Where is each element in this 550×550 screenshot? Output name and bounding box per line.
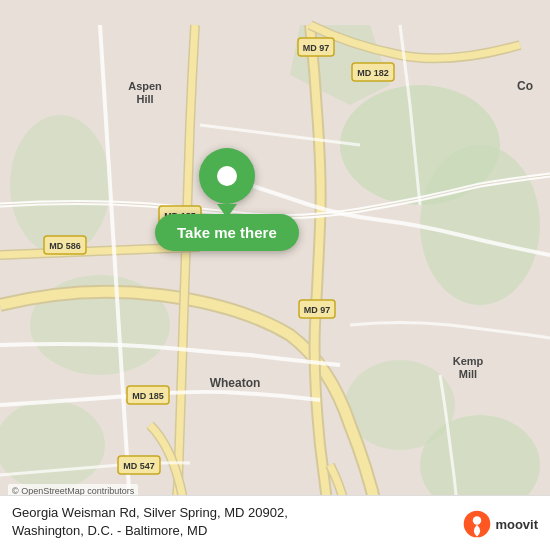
svg-text:Kemp: Kemp <box>453 355 484 367</box>
location-popup: Take me there <box>155 148 299 251</box>
pin-inner <box>217 166 237 186</box>
moovit-text: moovit <box>495 517 538 532</box>
svg-text:Wheaton: Wheaton <box>210 376 261 390</box>
svg-text:Hill: Hill <box>136 93 153 105</box>
svg-text:MD 586: MD 586 <box>49 241 81 251</box>
svg-point-7 <box>0 400 105 490</box>
svg-text:Co: Co <box>517 79 533 93</box>
address-text: Georgia Weisman Rd, Silver Spring, MD 20… <box>12 504 538 540</box>
svg-point-2 <box>420 145 540 305</box>
map-pin <box>199 148 255 218</box>
svg-text:MD 547: MD 547 <box>123 461 155 471</box>
take-me-there-button[interactable]: Take me there <box>155 214 299 251</box>
bottom-info-bar: Georgia Weisman Rd, Silver Spring, MD 20… <box>0 495 550 550</box>
moovit-icon <box>463 510 491 538</box>
svg-text:MD 182: MD 182 <box>357 68 389 78</box>
svg-point-32 <box>473 516 481 524</box>
pin-circle <box>199 148 255 204</box>
svg-text:MD 97: MD 97 <box>303 43 330 53</box>
map-container: MD 97 MD 182 MD 185 MD 586 MD 185 MD 97 … <box>0 0 550 550</box>
map-background: MD 97 MD 182 MD 185 MD 586 MD 185 MD 97 … <box>0 0 550 550</box>
svg-point-3 <box>10 115 110 255</box>
svg-text:Mill: Mill <box>459 368 477 380</box>
svg-text:MD 97: MD 97 <box>304 305 331 315</box>
pin-tail <box>217 204 237 218</box>
svg-text:Aspen: Aspen <box>128 80 162 92</box>
svg-text:MD 185: MD 185 <box>132 391 164 401</box>
moovit-logo: moovit <box>463 510 538 538</box>
